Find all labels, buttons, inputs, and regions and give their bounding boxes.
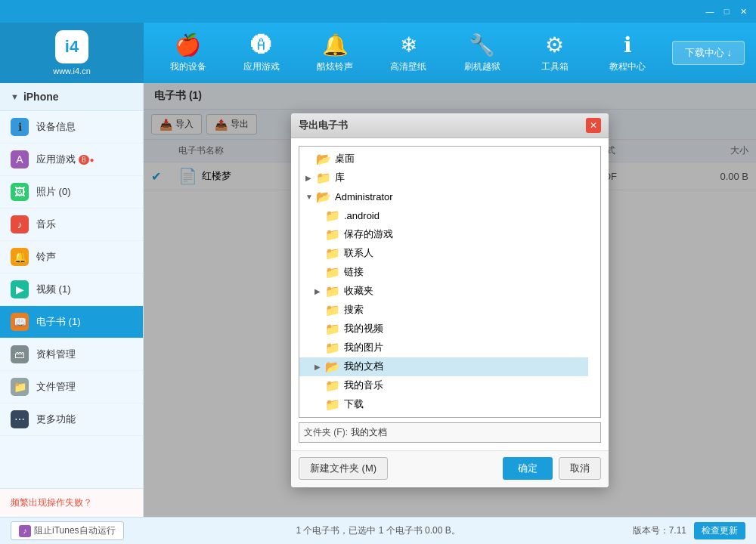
nav-item-device[interactable]: 🍎 我的设备 <box>161 28 215 78</box>
tree-item-desktop-top[interactable]: 📂 桌面 <box>299 150 588 168</box>
nav-icon-wallpaper: ❄ <box>400 32 417 57</box>
tree-item-contacts[interactable]: 📁 联系人 <box>299 244 588 263</box>
tree-content: 📂 桌面 ▶ 📁 库 ▼ <box>299 147 588 418</box>
nav-items: 🍎 我的设备 🅐 应用游戏 🔔 酷炫铃声 ❄ 高清壁纸 🔧 刷机越狱 ⚙ 工具箱… <box>144 28 672 78</box>
folder-path-value: 我的文档 <box>351 426 596 439</box>
status-center: 1 个电子书，已选中 1 个电子书 0.00 B。 <box>296 524 460 537</box>
dialog-footer: 新建文件夹 (M) 确定 取消 <box>291 450 609 487</box>
status-left: ♪ 阻止iTunes自动运行 <box>11 521 124 540</box>
nav-item-jailbreak[interactable]: 🔧 刷机越狱 <box>455 28 510 78</box>
nav-item-tutorial[interactable]: ℹ 教程中心 <box>600 28 655 78</box>
tree-item-administrator[interactable]: ▼ 📂 Administrator <box>299 187 588 206</box>
tree-item-saved-games[interactable]: 📁 保存的游戏 <box>299 225 588 244</box>
nav-icon-tutorial: ℹ <box>624 32 632 57</box>
minimize-button[interactable]: — <box>703 5 717 17</box>
tree-item-search[interactable]: 📁 搜索 <box>299 301 588 320</box>
nav-item-appgame[interactable]: 🅐 应用游戏 <box>234 28 289 78</box>
content-area: 电子书 (1) 📥 导入 📤 导出 电子书名称 格式 大小 ✔ 📄 红楼梦 <box>144 83 756 517</box>
folder-icon-downloads: 📁 <box>325 397 340 412</box>
tree-label-my-video: 我的视频 <box>344 322 383 335</box>
status-bar: ♪ 阻止iTunes自动运行 1 个电子书，已选中 1 个电子书 0.00 B。… <box>0 517 756 544</box>
app-badge: 8 <box>79 155 89 165</box>
sidebar-label-ebook: 电子书 (1) <box>36 315 81 329</box>
cancel-button[interactable]: 取消 <box>559 457 601 480</box>
confirm-button[interactable]: 确定 <box>503 457 553 480</box>
sidebar-label-data-mgmt: 资料管理 <box>36 348 76 361</box>
sidebar-icon-ringtone: 🔔 <box>11 248 29 266</box>
sidebar-item-ebook[interactable]: 📖 电子书 (1) <box>0 306 143 338</box>
folder-icon-desktop-top: 📂 <box>316 152 331 166</box>
folder-icon-library: 📁 <box>316 171 331 185</box>
freq-fail-link[interactable]: 频繁出现操作失败？ <box>0 488 143 517</box>
check-update-button[interactable]: 检查更新 <box>694 522 745 539</box>
folder-icon-desktop2: 📁 <box>316 416 331 418</box>
dialog-close-button[interactable]: ✕ <box>586 118 601 133</box>
folder-icon-favorites: 📁 <box>325 284 340 298</box>
tree-item-my-pictures[interactable]: 📁 我的图片 <box>299 338 588 357</box>
tree-item-my-music[interactable]: 📁 我的音乐 <box>299 376 588 395</box>
nav-label-ringtone: 酷炫铃声 <box>317 60 353 73</box>
sidebar-label-ringtone: 铃声 <box>36 250 56 264</box>
tree-item-library[interactable]: ▶ 📁 库 <box>299 168 588 187</box>
nav-label-wallpaper: 高清壁纸 <box>390 60 426 73</box>
nav-item-tools[interactable]: ⚙ 工具箱 <box>528 28 581 78</box>
tree-arrow-favorites: ▶ <box>314 287 325 295</box>
sidebar-label-app: 应用游戏 <box>36 153 76 166</box>
folder-icon-saved-games: 📁 <box>325 227 340 242</box>
sidebar-item-music[interactable]: ♪ 音乐 <box>0 209 143 241</box>
sidebar-icon-data-mgmt: 🗃 <box>11 345 29 363</box>
folder-icon-my-music: 📁 <box>325 379 340 393</box>
nav-item-ringtone[interactable]: 🔔 酷炫铃声 <box>308 28 362 78</box>
tree-item-favorites[interactable]: ▶ 📁 收藏夹 <box>299 282 588 301</box>
maximize-button[interactable]: □ <box>720 5 733 17</box>
main-area: ▼ iPhone ℹ 设备信息 A 应用游戏 8 ● 🖼 照片 (0) ♪ 音乐… <box>0 83 756 517</box>
title-bar: — □ ✕ <box>0 0 756 23</box>
tree-arrow-library: ▶ <box>305 174 316 182</box>
new-folder-button[interactable]: 新建文件夹 (M) <box>299 457 388 480</box>
itunes-icon: ♪ <box>19 525 31 537</box>
tree-item-links[interactable]: 📁 链接 <box>299 263 588 282</box>
tree-label-saved-games: 保存的游戏 <box>344 227 393 241</box>
tree-label-android: .android <box>344 210 380 221</box>
folder-icon-links: 📁 <box>325 265 340 280</box>
folder-path-label: 文件夹 (F): <box>304 426 348 439</box>
version-text: 版本号：7.11 <box>633 524 686 537</box>
sidebar-item-video[interactable]: ▶ 视频 (1) <box>0 274 143 306</box>
sidebar-label-music: 音乐 <box>36 218 56 231</box>
tree-label-library: 库 <box>335 171 345 184</box>
download-button[interactable]: 下载中心 ↓ <box>672 41 745 65</box>
folder-icon-administrator: 📂 <box>316 190 331 204</box>
sidebar-label-file-mgmt: 文件管理 <box>36 380 76 394</box>
itunes-button[interactable]: ♪ 阻止iTunes自动运行 <box>11 521 124 540</box>
tree-item-my-video[interactable]: 📁 我的视频 <box>299 320 588 338</box>
sidebar-icon-file-mgmt: 📁 <box>11 378 29 396</box>
device-name: iPhone <box>23 91 59 103</box>
folder-tree[interactable]: 📂 桌面 ▶ 📁 库 ▼ <box>299 146 601 418</box>
tree-label-my-pictures: 我的图片 <box>344 341 383 354</box>
tree-item-android[interactable]: 📁 .android <box>299 206 588 225</box>
dialog-title-bar: 导出电子书 ✕ <box>291 113 609 138</box>
sidebar-item-photo[interactable]: 🖼 照片 (0) <box>0 176 143 209</box>
tree-item-my-docs[interactable]: ▶ 📂 我的文档 <box>299 357 588 376</box>
sidebar-item-ringtone[interactable]: 🔔 铃声 <box>0 241 143 274</box>
sidebar-item-more[interactable]: ⋯ 更多功能 <box>0 403 143 436</box>
sidebar-item-app[interactable]: A 应用游戏 8 ● <box>0 144 143 176</box>
tree-label-desktop2: 桌面 <box>335 416 355 418</box>
tree-label-my-docs: 我的文档 <box>344 360 383 373</box>
logo-subtitle: www.i4.cn <box>53 66 91 76</box>
close-button[interactable]: ✕ <box>736 5 750 17</box>
tree-item-downloads[interactable]: 📁 下载 <box>299 395 588 414</box>
folder-path-row: 文件夹 (F): 我的文档 <box>299 422 601 443</box>
sidebar-item-data-mgmt[interactable]: 🗃 资料管理 <box>0 338 143 371</box>
sidebar-item-file-mgmt[interactable]: 📁 文件管理 <box>0 371 143 403</box>
sidebar-label-more: 更多功能 <box>36 413 76 426</box>
nav-icon-tools: ⚙ <box>545 32 564 57</box>
nav-item-wallpaper[interactable]: ❄ 高清壁纸 <box>381 28 435 78</box>
nav-icon-ringtone: 🔔 <box>322 32 349 57</box>
app-badge-dot: ● <box>90 156 94 164</box>
tree-item-desktop2[interactable]: ▶ 📁 桌面 <box>299 414 588 418</box>
sidebar-item-device-info[interactable]: ℹ 设备信息 <box>0 111 143 144</box>
tree-label-contacts: 联系人 <box>344 246 373 260</box>
status-text: 1 个电子书，已选中 1 个电子书 0.00 B。 <box>296 524 460 537</box>
nav-icon-jailbreak: 🔧 <box>469 32 495 57</box>
